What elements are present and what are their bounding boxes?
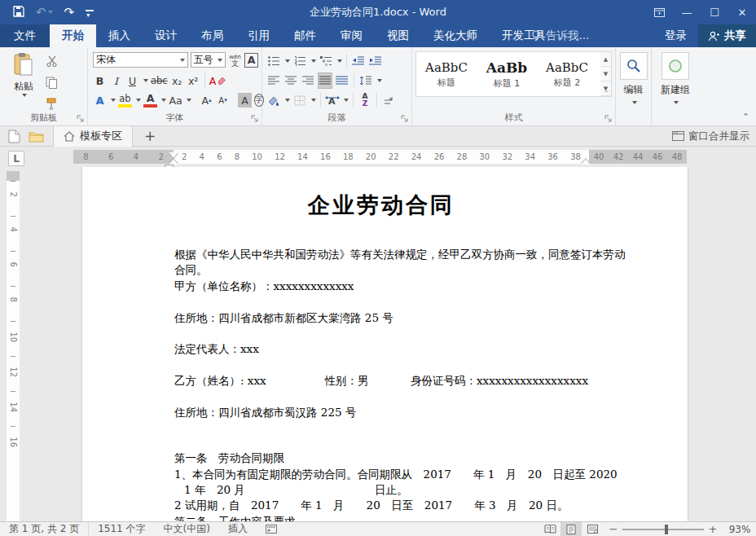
web-layout-button[interactable] (582, 522, 603, 536)
justify-button[interactable] (318, 72, 332, 89)
zoom-in-button[interactable]: + (705, 523, 720, 535)
tab-stop-selector[interactable]: L (8, 151, 24, 166)
clipboard-dialog-launcher-icon[interactable] (77, 115, 85, 123)
ribbon-tab[interactable]: 引用 (235, 24, 282, 47)
login-button[interactable]: 登录 (653, 29, 698, 43)
maximize-button[interactable]: ☐ (701, 0, 728, 24)
zoom-slider[interactable] (622, 529, 704, 530)
sort-button[interactable]: AZ (358, 92, 372, 108)
ribbon-tab[interactable]: 美化大师 (421, 24, 490, 47)
close-button[interactable]: ✕ (728, 0, 756, 24)
merge-windows-toggle[interactable]: 窗口合并显示 (672, 130, 749, 143)
italic-button[interactable]: I (109, 73, 123, 88)
align-center-button[interactable] (284, 72, 298, 89)
ribbon-tab[interactable]: 设计 (143, 24, 189, 47)
zoom-percentage[interactable]: 93% (723, 524, 756, 535)
grow-font-button[interactable]: A (200, 93, 213, 108)
font-dialog-launcher-icon[interactable] (251, 115, 259, 123)
section1-line3: 2 试用期，自 2017 年 1 月 20 日至 2017 年 3 月 20 日… (174, 498, 588, 513)
customize-quick-access-icon[interactable] (86, 10, 94, 11)
zoom-slider-thumb[interactable] (665, 525, 668, 534)
new-document-button[interactable] (8, 130, 20, 143)
word-count[interactable]: 1511 个字 (89, 522, 154, 536)
styles-more-icon[interactable]: ▼̲ (600, 81, 611, 96)
tell-me-box[interactable]: 告诉我... (531, 24, 589, 47)
add-tab-button[interactable]: + (138, 128, 162, 144)
collapse-ribbon-icon[interactable]: ⌃ (742, 112, 749, 122)
document-page[interactable]: 企业劳动合同 根据《中华人民中华共和国劳动法》等有关法律规定，经甲乙双方协商一致… (81, 167, 688, 521)
align-left-button[interactable] (266, 72, 281, 89)
new-group-button[interactable] (662, 52, 689, 80)
open-folder-button[interactable] (29, 130, 45, 143)
horizontal-ruler[interactable]: 8642 2468101214161820222426283032343638 … (73, 150, 687, 164)
page-indicator[interactable]: 第 1 页, 共 2 页 (0, 522, 89, 536)
paragraph-dialog-launcher-icon[interactable] (401, 115, 409, 123)
ribbon-tab[interactable]: 布局 (189, 24, 235, 47)
change-case-button[interactable]: Aa (169, 93, 182, 108)
styles-scroll-down-icon[interactable]: ▼ (600, 67, 611, 81)
strikethrough-button[interactable]: abc (151, 73, 168, 88)
undo-icon[interactable]: ↶ (36, 7, 53, 19)
new-group-dropdown-icon[interactable] (674, 101, 679, 104)
bullets-button[interactable] (266, 53, 281, 69)
underline-button[interactable]: U (125, 73, 139, 88)
right-indent-marker[interactable] (581, 159, 591, 165)
vertical-ruler[interactable]: 246810121416 (7, 171, 20, 521)
superscript-button[interactable]: x² (187, 73, 200, 88)
ribbon-tab[interactable]: 视图 (375, 24, 421, 47)
subscript-button[interactable]: x₂ (170, 73, 184, 88)
ribbon-display-options-icon[interactable] (645, 0, 673, 24)
font-name-combo[interactable]: 宋体 (93, 52, 188, 68)
phonetic-guide-button[interactable]: wén文 (228, 53, 242, 68)
ribbon-tab[interactable]: 插入 (96, 24, 143, 47)
ribbon-tab[interactable]: 审阅 (328, 24, 375, 47)
editing-button[interactable] (620, 52, 648, 80)
styles-dialog-launcher-icon[interactable] (604, 115, 613, 123)
increase-indent-button[interactable] (368, 53, 383, 69)
style-item[interactable]: AaBbC 标题 (416, 52, 477, 96)
style-item[interactable]: AaBb 标题 1 (477, 52, 537, 96)
ribbon-tab[interactable]: 文件 (0, 24, 50, 47)
read-mode-button[interactable] (539, 522, 560, 536)
line-spacing-button[interactable] (358, 72, 373, 89)
character-scaling-button[interactable]: A (325, 92, 340, 108)
character-border-button[interactable]: A (244, 53, 258, 68)
borders-button[interactable] (292, 92, 307, 108)
print-layout-button[interactable] (560, 522, 582, 536)
clear-formatting-button[interactable]: A (209, 73, 226, 88)
decrease-indent-button[interactable] (351, 53, 366, 69)
copy-button[interactable] (46, 75, 64, 90)
font-size-combo[interactable]: 五号 (191, 52, 226, 68)
cut-button[interactable] (46, 54, 64, 68)
text-effects-button[interactable]: A (93, 93, 107, 108)
share-button[interactable]: 共享 (698, 24, 756, 47)
style-item[interactable]: AaBbC 标题 2 (537, 52, 597, 96)
format-painter-button[interactable] (46, 96, 64, 111)
numbering-button[interactable] (292, 53, 307, 69)
minimize-button[interactable]: — (673, 0, 701, 24)
language-indicator[interactable]: 中文(中国) (155, 522, 219, 536)
shrink-font-button[interactable]: A (216, 93, 230, 108)
paste-button[interactable]: 粘贴 (7, 52, 41, 112)
align-right-button[interactable] (301, 72, 315, 89)
highlight-color-button[interactable]: ab (118, 93, 132, 108)
font-color-button[interactable]: A (143, 93, 157, 108)
tab-template-zone[interactable]: 模板专区 (53, 126, 133, 147)
first-line-indent-marker[interactable] (169, 152, 178, 158)
ribbon-tab[interactable]: 开始 (50, 24, 96, 47)
zoom-out-button[interactable]: − (606, 523, 621, 535)
hanging-indent-marker[interactable] (169, 159, 178, 165)
bold-button[interactable]: B (93, 73, 107, 88)
macro-record-icon[interactable] (257, 525, 286, 534)
save-icon[interactable] (13, 6, 24, 20)
insert-mode-indicator[interactable]: 插入 (219, 522, 257, 536)
character-shading-button[interactable]: A (238, 93, 252, 108)
ribbon-tab[interactable]: 邮件 (282, 24, 328, 47)
multilevel-list-button[interactable] (319, 53, 333, 69)
show-hide-marks-button[interactable] (381, 92, 396, 108)
distributed-button[interactable] (335, 72, 349, 89)
redo-icon[interactable]: ↷ (64, 7, 75, 19)
editing-dropdown-icon[interactable] (632, 101, 637, 104)
styles-scroll-up-icon[interactable]: ▲ (600, 52, 611, 67)
shading-button[interactable] (266, 92, 281, 108)
